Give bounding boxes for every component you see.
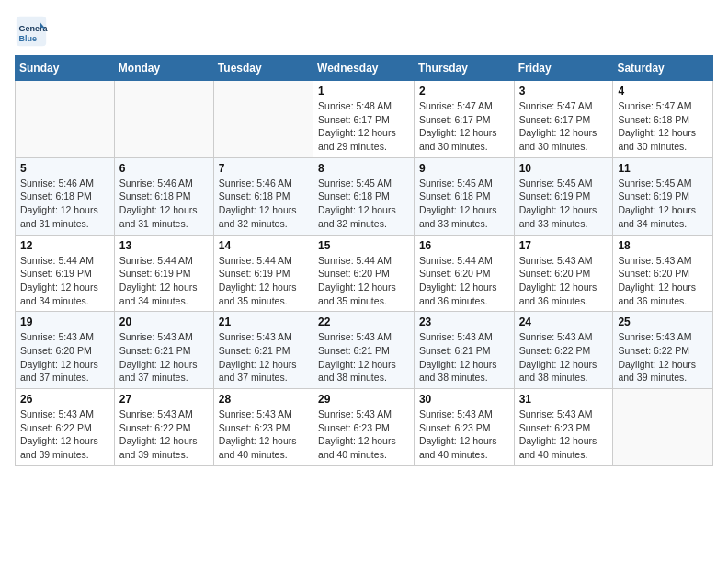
- calendar-cell: 17Sunrise: 5:43 AM Sunset: 6:20 PM Dayli…: [514, 235, 613, 312]
- day-number: 16: [419, 239, 509, 252]
- day-info: Sunrise: 5:47 AM Sunset: 6:18 PM Dayligh…: [618, 99, 708, 154]
- day-info: Sunrise: 5:45 AM Sunset: 6:18 PM Dayligh…: [318, 177, 409, 231]
- day-info: Sunrise: 5:43 AM Sunset: 6:20 PM Dayligh…: [618, 254, 708, 308]
- day-info: Sunrise: 5:45 AM Sunset: 6:19 PM Dayligh…: [618, 177, 708, 231]
- day-info: Sunrise: 5:43 AM Sunset: 6:20 PM Dayligh…: [20, 330, 109, 385]
- weekday-header-sunday: Sunday: [16, 56, 115, 81]
- calendar-week-row: 12Sunrise: 5:44 AM Sunset: 6:19 PM Dayli…: [16, 235, 713, 312]
- calendar-table: SundayMondayTuesdayWednesdayThursdayFrid…: [15, 55, 713, 466]
- day-info: Sunrise: 5:45 AM Sunset: 6:18 PM Dayligh…: [419, 177, 509, 231]
- day-number: 27: [119, 393, 209, 406]
- day-info: Sunrise: 5:47 AM Sunset: 6:17 PM Dayligh…: [419, 99, 509, 154]
- calendar-week-row: 5Sunrise: 5:46 AM Sunset: 6:18 PM Daylig…: [16, 157, 713, 235]
- day-number: 31: [519, 393, 609, 406]
- day-number: 25: [618, 316, 708, 328]
- day-number: 30: [419, 393, 509, 406]
- day-number: 2: [419, 85, 509, 98]
- day-number: 17: [519, 239, 609, 252]
- calendar-cell: 7Sunrise: 5:46 AM Sunset: 6:18 PM Daylig…: [213, 157, 313, 235]
- day-number: 12: [20, 239, 109, 252]
- day-number: 3: [519, 85, 609, 98]
- calendar-cell: 13Sunrise: 5:44 AM Sunset: 6:19 PM Dayli…: [114, 235, 213, 312]
- day-info: Sunrise: 5:44 AM Sunset: 6:19 PM Dayligh…: [119, 254, 209, 308]
- weekday-header-wednesday: Wednesday: [313, 56, 415, 81]
- day-info: Sunrise: 5:43 AM Sunset: 6:23 PM Dayligh…: [219, 408, 308, 462]
- day-number: 26: [20, 393, 109, 406]
- day-info: Sunrise: 5:48 AM Sunset: 6:17 PM Dayligh…: [318, 99, 409, 154]
- calendar-cell: 31Sunrise: 5:43 AM Sunset: 6:23 PM Dayli…: [514, 389, 613, 466]
- day-info: Sunrise: 5:44 AM Sunset: 6:19 PM Dayligh…: [219, 254, 308, 308]
- calendar-cell: 15Sunrise: 5:44 AM Sunset: 6:20 PM Dayli…: [313, 235, 415, 312]
- day-number: 20: [119, 316, 209, 328]
- calendar-cell: 6Sunrise: 5:46 AM Sunset: 6:18 PM Daylig…: [114, 157, 213, 235]
- day-info: Sunrise: 5:43 AM Sunset: 6:22 PM Dayligh…: [519, 330, 609, 385]
- calendar-cell: 22Sunrise: 5:43 AM Sunset: 6:21 PM Dayli…: [313, 312, 415, 389]
- day-info: Sunrise: 5:43 AM Sunset: 6:21 PM Dayligh…: [119, 330, 209, 385]
- day-number: 21: [219, 316, 308, 328]
- day-number: 13: [119, 239, 209, 252]
- day-number: 15: [318, 239, 409, 252]
- svg-text:General: General: [19, 24, 49, 33]
- day-number: 7: [219, 162, 308, 175]
- day-info: Sunrise: 5:43 AM Sunset: 6:21 PM Dayligh…: [419, 330, 509, 385]
- day-number: 23: [419, 316, 509, 328]
- day-number: 22: [318, 316, 409, 328]
- day-number: 6: [119, 162, 209, 175]
- day-number: 10: [519, 162, 609, 175]
- day-info: Sunrise: 5:43 AM Sunset: 6:22 PM Dayligh…: [618, 330, 708, 385]
- calendar-cell: [213, 81, 313, 158]
- day-number: 24: [519, 316, 609, 328]
- day-number: 11: [618, 162, 708, 175]
- calendar-cell: 8Sunrise: 5:45 AM Sunset: 6:18 PM Daylig…: [313, 157, 415, 235]
- weekday-header-saturday: Saturday: [613, 56, 713, 81]
- calendar-cell: 18Sunrise: 5:43 AM Sunset: 6:20 PM Dayli…: [613, 235, 713, 312]
- calendar-cell: 28Sunrise: 5:43 AM Sunset: 6:23 PM Dayli…: [213, 389, 313, 466]
- weekday-header-friday: Friday: [514, 56, 613, 81]
- day-info: Sunrise: 5:43 AM Sunset: 6:21 PM Dayligh…: [318, 330, 409, 385]
- day-number: 14: [219, 239, 308, 252]
- calendar-cell: 25Sunrise: 5:43 AM Sunset: 6:22 PM Dayli…: [613, 312, 713, 389]
- day-number: 5: [20, 162, 109, 175]
- day-number: 28: [219, 393, 308, 406]
- calendar-cell: 23Sunrise: 5:43 AM Sunset: 6:21 PM Dayli…: [414, 312, 514, 389]
- day-info: Sunrise: 5:46 AM Sunset: 6:18 PM Dayligh…: [219, 177, 308, 231]
- calendar-week-row: 19Sunrise: 5:43 AM Sunset: 6:20 PM Dayli…: [16, 312, 713, 389]
- calendar-cell: 21Sunrise: 5:43 AM Sunset: 6:21 PM Dayli…: [213, 312, 313, 389]
- calendar-cell: 30Sunrise: 5:43 AM Sunset: 6:23 PM Dayli…: [414, 389, 514, 466]
- calendar-week-row: 1Sunrise: 5:48 AM Sunset: 6:17 PM Daylig…: [16, 81, 713, 158]
- day-info: Sunrise: 5:43 AM Sunset: 6:22 PM Dayligh…: [119, 408, 209, 462]
- day-info: Sunrise: 5:43 AM Sunset: 6:23 PM Dayligh…: [419, 408, 509, 462]
- day-number: 9: [419, 162, 509, 175]
- weekday-header-monday: Monday: [114, 56, 213, 81]
- day-info: Sunrise: 5:45 AM Sunset: 6:19 PM Dayligh…: [519, 177, 609, 231]
- day-info: Sunrise: 5:44 AM Sunset: 6:20 PM Dayligh…: [318, 254, 409, 308]
- calendar-cell: 26Sunrise: 5:43 AM Sunset: 6:22 PM Dayli…: [16, 389, 115, 466]
- logo: General Blue: [15, 15, 51, 48]
- calendar-cell: 14Sunrise: 5:44 AM Sunset: 6:19 PM Dayli…: [213, 235, 313, 312]
- calendar-cell: 9Sunrise: 5:45 AM Sunset: 6:18 PM Daylig…: [414, 157, 514, 235]
- day-number: 29: [318, 393, 409, 406]
- calendar-cell: 19Sunrise: 5:43 AM Sunset: 6:20 PM Dayli…: [16, 312, 115, 389]
- day-info: Sunrise: 5:43 AM Sunset: 6:23 PM Dayligh…: [519, 408, 609, 462]
- weekday-header-row: SundayMondayTuesdayWednesdayThursdayFrid…: [16, 56, 713, 81]
- day-info: Sunrise: 5:44 AM Sunset: 6:19 PM Dayligh…: [20, 254, 109, 308]
- day-info: Sunrise: 5:46 AM Sunset: 6:18 PM Dayligh…: [119, 177, 209, 231]
- day-number: 19: [20, 316, 109, 328]
- day-info: Sunrise: 5:47 AM Sunset: 6:17 PM Dayligh…: [519, 99, 609, 154]
- calendar-cell: 5Sunrise: 5:46 AM Sunset: 6:18 PM Daylig…: [16, 157, 115, 235]
- day-info: Sunrise: 5:43 AM Sunset: 6:22 PM Dayligh…: [20, 408, 109, 462]
- calendar-cell: 4Sunrise: 5:47 AM Sunset: 6:18 PM Daylig…: [613, 81, 713, 158]
- svg-text:Blue: Blue: [19, 34, 38, 43]
- calendar-cell: [613, 389, 713, 466]
- day-number: 8: [318, 162, 409, 175]
- calendar-week-row: 26Sunrise: 5:43 AM Sunset: 6:22 PM Dayli…: [16, 389, 713, 466]
- calendar-cell: 24Sunrise: 5:43 AM Sunset: 6:22 PM Dayli…: [514, 312, 613, 389]
- weekday-header-thursday: Thursday: [414, 56, 514, 81]
- page-header: General Blue: [15, 15, 713, 48]
- calendar-cell: [16, 81, 115, 158]
- day-info: Sunrise: 5:43 AM Sunset: 6:21 PM Dayligh…: [219, 330, 308, 385]
- day-number: 1: [318, 85, 409, 98]
- calendar-cell: 11Sunrise: 5:45 AM Sunset: 6:19 PM Dayli…: [613, 157, 713, 235]
- day-info: Sunrise: 5:44 AM Sunset: 6:20 PM Dayligh…: [419, 254, 509, 308]
- day-info: Sunrise: 5:43 AM Sunset: 6:23 PM Dayligh…: [318, 408, 409, 462]
